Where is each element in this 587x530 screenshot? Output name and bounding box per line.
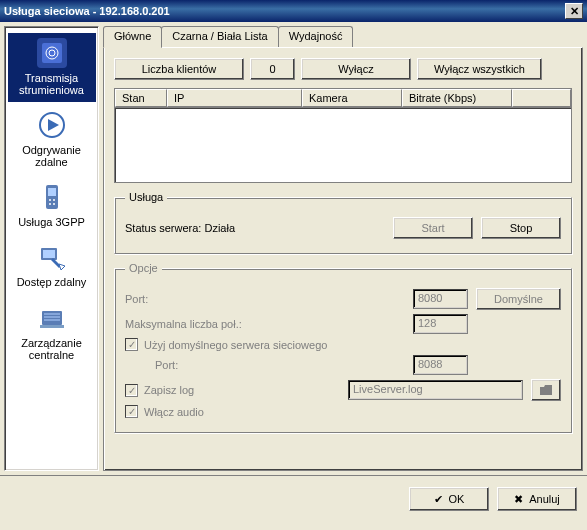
- service-fieldset: Usługa Status serwera: Działa Start Stop: [114, 191, 572, 254]
- save-log-checkbox[interactable]: ✓ Zapisz log: [125, 384, 194, 397]
- sidebar-item-streaming[interactable]: Transmisja strumieniowa: [8, 33, 96, 102]
- enable-audio-checkbox[interactable]: ✓ Włącz audio: [125, 405, 204, 418]
- web-port-input[interactable]: 8088: [413, 355, 468, 375]
- client-table: Stan IP Kamera Bitrate (Kbps): [114, 88, 572, 183]
- titlebar: Usługa sieciowa - 192.168.0.201 ✕: [0, 0, 587, 22]
- sidebar-item-label: Odgrywanie zdalne: [10, 144, 94, 168]
- table-header: Stan IP Kamera Bitrate (Kbps): [114, 88, 572, 108]
- max-conn-input[interactable]: 128: [413, 314, 468, 334]
- browse-log-button[interactable]: [531, 379, 561, 401]
- checkbox-icon: ✓: [125, 338, 138, 351]
- sidebar-item-central-mgmt[interactable]: Zarządzanie centralne: [8, 298, 96, 367]
- svg-point-10: [49, 203, 51, 205]
- client-count-value: 0: [250, 58, 295, 80]
- sidebar-item-label: Transmisja strumieniowa: [10, 72, 94, 96]
- max-conn-label: Maksymalna liczba poł.:: [125, 318, 295, 330]
- th-ip[interactable]: IP: [167, 89, 302, 107]
- sidebar-item-3gpp[interactable]: Usługa 3GPP: [8, 177, 96, 234]
- sidebar-item-remote-access[interactable]: Dostęp zdalny: [8, 237, 96, 294]
- options-legend: Opcje: [125, 262, 162, 274]
- checkbox-icon: ✓: [125, 384, 138, 397]
- log-file-input[interactable]: LiveServer.log: [348, 380, 523, 400]
- svg-rect-1: [42, 43, 62, 63]
- phone-icon: [36, 181, 68, 213]
- disconnect-all-button[interactable]: Wyłącz wszystkich: [417, 58, 542, 80]
- use-default-web-checkbox[interactable]: ✓ Użyj domyślnego serwera sieciowego: [125, 338, 327, 351]
- options-fieldset: Opcje Port: 8080 Domyślne Maksymalna lic…: [114, 262, 572, 433]
- ok-label: OK: [449, 493, 465, 505]
- th-bitrate[interactable]: Bitrate (Kbps): [402, 89, 512, 107]
- server-icon: [36, 302, 68, 334]
- tab-panel-main: Liczba klientów 0 Wyłącz Wyłącz wszystki…: [103, 47, 583, 471]
- remote-access-icon: [36, 241, 68, 273]
- tab-performance[interactable]: Wydajność: [278, 26, 354, 47]
- svg-rect-15: [42, 311, 62, 325]
- enable-audio-label: Włącz audio: [144, 406, 204, 418]
- th-spacer: [512, 89, 571, 107]
- use-default-web-label: Użyj domyślnego serwera sieciowego: [144, 339, 327, 351]
- default-button[interactable]: Domyślne: [476, 288, 561, 310]
- sidebar: Transmisja strumieniowa Odgrywanie zdaln…: [4, 26, 99, 471]
- web-port-label: Port:: [155, 359, 295, 371]
- svg-point-9: [53, 199, 55, 201]
- window-title: Usługa sieciowa - 192.168.0.201: [4, 5, 565, 17]
- svg-marker-14: [59, 264, 65, 270]
- folder-icon: [539, 385, 553, 396]
- tab-blackwhite[interactable]: Czarna / Biała Lista: [161, 26, 278, 47]
- cancel-label: Anuluj: [529, 493, 560, 505]
- start-button[interactable]: Start: [393, 217, 473, 239]
- sidebar-item-label: Dostęp zdalny: [10, 276, 94, 288]
- svg-rect-13: [43, 250, 55, 258]
- port-input[interactable]: 8080: [413, 289, 468, 309]
- sidebar-item-remote-playback[interactable]: Odgrywanie zdalne: [8, 105, 96, 174]
- sidebar-item-label: Zarządzanie centralne: [10, 337, 94, 361]
- sidebar-item-label: Usługa 3GPP: [10, 216, 94, 228]
- dialog-footer: ✔ OK ✖ Anuluj: [0, 475, 587, 522]
- server-status-label: Status serwera: Działa: [125, 222, 385, 234]
- content-area: Główne Czarna / Biała Lista Wydajność Li…: [103, 26, 583, 471]
- x-icon: ✖: [514, 493, 523, 506]
- cancel-button[interactable]: ✖ Anuluj: [497, 487, 577, 511]
- service-legend: Usługa: [125, 191, 167, 203]
- checkbox-icon: ✓: [125, 405, 138, 418]
- port-label: Port:: [125, 293, 295, 305]
- th-status[interactable]: Stan: [115, 89, 167, 107]
- svg-point-11: [53, 203, 55, 205]
- streaming-icon: [36, 37, 68, 69]
- close-button[interactable]: ✕: [565, 3, 583, 19]
- svg-point-8: [49, 199, 51, 201]
- tab-bar: Główne Czarna / Biała Lista Wydajność: [103, 26, 352, 47]
- client-count-button[interactable]: Liczba klientów: [114, 58, 244, 80]
- svg-rect-7: [48, 188, 56, 196]
- play-icon: [36, 109, 68, 141]
- svg-marker-5: [48, 119, 59, 131]
- stop-button[interactable]: Stop: [481, 217, 561, 239]
- disconnect-button[interactable]: Wyłącz: [301, 58, 411, 80]
- table-body[interactable]: [114, 108, 572, 183]
- save-log-label: Zapisz log: [144, 384, 194, 396]
- svg-rect-19: [40, 325, 64, 328]
- tab-main[interactable]: Główne: [103, 26, 162, 48]
- ok-button[interactable]: ✔ OK: [409, 487, 489, 511]
- check-icon: ✔: [434, 493, 443, 506]
- main-area: Transmisja strumieniowa Odgrywanie zdaln…: [0, 22, 587, 475]
- th-camera[interactable]: Kamera: [302, 89, 402, 107]
- close-icon: ✕: [570, 5, 579, 18]
